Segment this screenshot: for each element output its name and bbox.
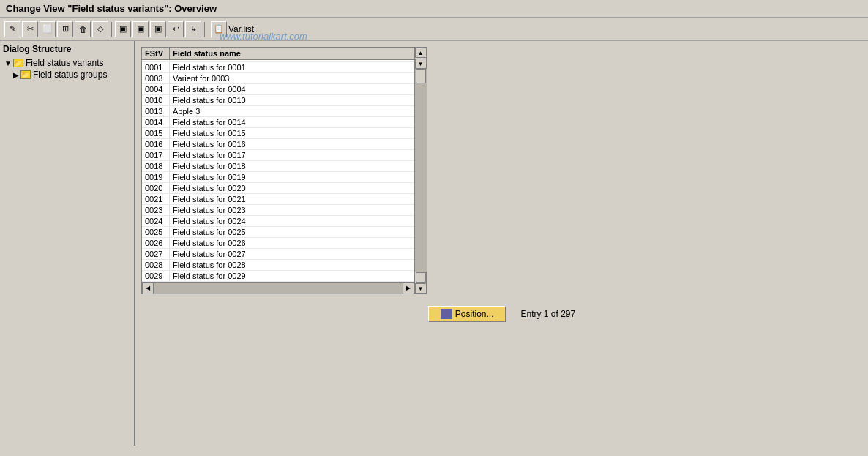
v-scroll-up-btn[interactable]: ▲	[415, 48, 427, 58]
cell-name: Field status for 0025	[170, 227, 414, 237]
position-icon	[441, 309, 452, 319]
cell-fstv: 0021	[142, 194, 170, 204]
position-button[interactable]: Position...	[428, 306, 506, 322]
table-row[interactable]: 0016Field status for 0016	[142, 139, 414, 150]
cell-fstv: 0024	[142, 216, 170, 226]
data-table: FStV Field status name 0001Field status …	[141, 47, 427, 294]
toolbar: ✎ ✂ ⬜ ⊞ 🗑 ◇ ▣ ▣ ▣ ↩ ↳ 📋 Var.list	[0, 18, 868, 41]
paste-btn[interactable]: ⊞	[57, 21, 73, 37]
table-row[interactable]: 0027Field status for 0027	[142, 249, 414, 260]
title-bar: Change View "Field status variants": Ove…	[0, 0, 868, 18]
table-row[interactable]: 0026Field status for 0026	[142, 238, 414, 249]
btn4[interactable]: ↩	[168, 21, 184, 37]
cell-fstv: 0028	[142, 260, 170, 270]
table-row[interactable]: 0018Field status for 0018	[142, 161, 414, 172]
cell-fstv: 0010	[142, 95, 170, 105]
h-scroll-right-btn[interactable]: ▶	[403, 283, 414, 294]
col-header-name: Field status name	[170, 48, 414, 59]
cell-name: Field status for 0019	[170, 172, 414, 182]
v-scrollbar[interactable]: ▲ ▼ ▼	[414, 48, 426, 294]
bottom-bar: Position... Entry 1 of 297	[141, 300, 862, 328]
cell-fstv: 0004	[142, 84, 170, 94]
btn1[interactable]: ▣	[115, 21, 131, 37]
btn5[interactable]: ↳	[185, 21, 201, 37]
cell-name	[170, 60, 414, 61]
cut-btn[interactable]: ✂	[22, 21, 38, 37]
cell-fstv: 0016	[142, 139, 170, 149]
cell-fstv: 0003	[142, 73, 170, 83]
table-row[interactable]: 0020Field status for 0020	[142, 183, 414, 194]
cell-name: Apple 3	[170, 106, 414, 116]
undo-btn[interactable]: ◇	[92, 21, 108, 37]
cell-fstv: 0015	[142, 128, 170, 138]
cell-fstv: 0017	[142, 150, 170, 160]
edit-btn[interactable]: ✎	[4, 21, 20, 37]
left-panel: Dialog Structure ▼ 📁 Field status varian…	[0, 41, 135, 446]
table-body: 0001Field status for 00010003Varient for…	[142, 60, 414, 282]
cell-name: Field status for 0021	[170, 194, 414, 204]
table-row[interactable]: 0028Field status for 0028	[142, 260, 414, 271]
btn3[interactable]: ▣	[150, 21, 166, 37]
v-scroll-track[interactable]	[415, 69, 427, 272]
h-scroll-left-btn[interactable]: ◀	[142, 283, 154, 294]
v-scroll-bottom-spacer	[416, 272, 426, 283]
cell-name: Field status for 0028	[170, 260, 414, 270]
table-row[interactable]: 0015Field status for 0015	[142, 128, 414, 139]
cell-name: Field status for 0026	[170, 238, 414, 248]
sidebar-item-field-status-variants[interactable]: ▼ 📁 Field status variants	[3, 57, 131, 69]
main-area: Dialog Structure ▼ 📁 Field status varian…	[0, 41, 868, 446]
cell-name: Field status for 0027	[170, 249, 414, 259]
table-row[interactable]: 0024Field status for 0024	[142, 216, 414, 227]
cell-fstv: 0029	[142, 271, 170, 281]
v-scroll-thumb[interactable]	[416, 69, 426, 83]
table-row[interactable]: 0019Field status for 0019	[142, 172, 414, 183]
table-row[interactable]: 0010Field status for 0010	[142, 95, 414, 106]
right-panel: FStV Field status name 0001Field status …	[135, 41, 868, 446]
position-btn-label: Position...	[455, 309, 494, 319]
table-row[interactable]: 0017Field status for 0017	[142, 150, 414, 161]
tree-label-groups: Field status groups	[33, 70, 107, 80]
table-row[interactable]: 0023Field status for 0023	[142, 205, 414, 216]
cell-fstv: 0026	[142, 238, 170, 248]
dialog-structure-title: Dialog Structure	[3, 44, 131, 54]
cell-name: Field status for 0014	[170, 117, 414, 127]
cell-name: Varient for 0003	[170, 73, 414, 83]
cell-name: Field status for 0020	[170, 183, 414, 193]
table-row[interactable]: 0001Field status for 0001	[142, 62, 414, 73]
varlist-icon: 📋	[211, 21, 227, 37]
cell-fstv	[142, 60, 170, 61]
copy-btn[interactable]: ⬜	[40, 21, 56, 37]
varlist-label: Var.list	[228, 24, 254, 34]
cell-fstv: 0019	[142, 172, 170, 182]
cell-fstv: 0018	[142, 161, 170, 171]
cell-name: Field status for 0024	[170, 216, 414, 226]
h-scrollbar[interactable]: ◀ ▶	[142, 282, 414, 294]
cell-name: Field status for 0010	[170, 95, 414, 105]
sep1	[111, 22, 112, 37]
cell-name: Field status for 0016	[170, 139, 414, 149]
table-row[interactable]: 0004Field status for 0004	[142, 84, 414, 95]
v-scroll-bottom-btn[interactable]: ▼	[415, 283, 427, 294]
table-row[interactable]: 0014Field status for 0014	[142, 117, 414, 128]
h-scroll-track[interactable]	[154, 283, 403, 294]
btn2[interactable]: ▣	[132, 21, 149, 37]
v-scroll-down-btn[interactable]: ▼	[415, 59, 427, 69]
cell-fstv: 0025	[142, 227, 170, 237]
cell-fstv: 0001	[142, 62, 170, 72]
cell-name: Field status for 0029	[170, 271, 414, 281]
table-header: FStV Field status name	[142, 48, 414, 60]
table-row[interactable]: 0025Field status for 0025	[142, 227, 414, 238]
table-row[interactable]: 0029Field status for 0029	[142, 271, 414, 282]
cell-name: Field status for 0018	[170, 161, 414, 171]
cell-fstv: 0027	[142, 249, 170, 259]
table-row[interactable]: 0003Varient for 0003	[142, 73, 414, 84]
tree-arrow-expand: ▼	[4, 59, 12, 67]
table-row[interactable]: 0021Field status for 0021	[142, 194, 414, 205]
varlist-btn[interactable]: 📋 Var.list	[211, 21, 254, 37]
cell-fstv: 0023	[142, 205, 170, 215]
title-text: Change View "Field status variants": Ove…	[6, 3, 217, 14]
table-row[interactable]: 0013Apple 3	[142, 106, 414, 117]
delete-btn[interactable]: 🗑	[75, 21, 91, 37]
cell-fstv: 0020	[142, 183, 170, 193]
sidebar-item-field-status-groups[interactable]: ▶ 📁 Field status groups	[12, 69, 131, 81]
